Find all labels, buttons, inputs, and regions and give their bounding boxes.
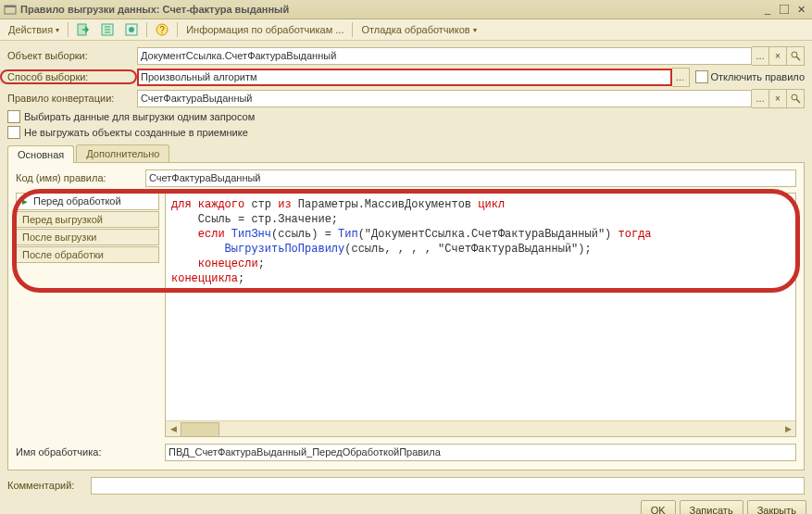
disable-rule-checkbox[interactable]	[695, 70, 708, 83]
ellipsis-button[interactable]: …	[752, 46, 769, 66]
scroll-track[interactable]	[181, 421, 781, 436]
minimize-button[interactable]: _	[760, 3, 775, 16]
arrow-icon: ▸	[22, 195, 28, 207]
comment-label: Комментарий:	[7, 480, 91, 491]
object-label: Объект выборки:	[7, 50, 137, 61]
tab-main[interactable]: Основная	[7, 145, 74, 163]
ellipsis-button[interactable]: …	[672, 68, 690, 87]
method-label: Способ выборки:	[0, 69, 137, 84]
window-icon	[4, 3, 17, 16]
code-area: для каждого стр из Параметры.МассивДокум…	[165, 193, 796, 437]
info-label: Информация по обработчикам ...	[186, 24, 344, 35]
scroll-left-icon[interactable]: ◀	[166, 421, 181, 436]
scroll-thumb[interactable]	[181, 422, 219, 437]
side-tab-before-proc[interactable]: ▸ Перед обработкой	[16, 193, 159, 210]
method-input[interactable]: Произвольный алгоритм	[137, 69, 672, 86]
t: );	[578, 243, 591, 256]
titlebar: Правило выгрузки данных: Счет-фактура вы…	[0, 0, 812, 19]
svg-point-6	[129, 27, 134, 32]
tab-main-body: Код (имя) правила: СчетФактураВыданный ▸…	[7, 163, 805, 470]
t: цикл	[478, 198, 505, 211]
tb-icon-3[interactable]	[120, 21, 143, 38]
rule-code-input[interactable]: СчетФактураВыданный	[145, 169, 796, 187]
content: Объект выборки: ДокументСсылка.СчетФакту…	[0, 41, 812, 495]
skip-receiver-checkbox[interactable]	[7, 126, 20, 139]
side-tabs: ▸ Перед обработкой Перед выгрузкой После…	[16, 193, 159, 437]
help-button[interactable]: ?	[151, 21, 173, 38]
button-row: OK Записать Закрыть	[0, 497, 812, 514]
rule-code-row: Код (имя) правила: СчетФактураВыданный	[16, 169, 796, 187]
t: если	[171, 228, 225, 241]
actions-menu[interactable]: Действия ▾	[4, 21, 64, 38]
info-button[interactable]: Информация по обработчикам ...	[181, 21, 348, 38]
t: стр	[244, 198, 278, 211]
ellipsis-button[interactable]: …	[752, 89, 769, 108]
side-tab-label: Перед обработкой	[33, 195, 121, 207]
t: тогда	[618, 228, 652, 241]
svg-line-10	[796, 56, 800, 60]
comment-row: Комментарий:	[7, 476, 805, 495]
window-title: Правило выгрузки данных: Счет-фактура вы…	[20, 4, 758, 15]
separator	[352, 22, 353, 37]
skip-receiver-label: Не выгружать объекты созданные в приемни…	[24, 127, 248, 138]
scroll-right-icon[interactable]: ▶	[781, 421, 795, 436]
single-query-label: Выбирать данные для выгрузки одним запро…	[24, 111, 255, 122]
object-input[interactable]: ДокументСсылка.СчетФактураВыданный	[137, 47, 752, 65]
close-button[interactable]: ✕	[793, 3, 808, 16]
t: =	[318, 228, 338, 241]
handler-input[interactable]: ПВД_СчетФактураВыданный_ПередОбработкойП…	[165, 444, 796, 461]
lookup-button[interactable]	[787, 46, 805, 66]
h-scrollbar[interactable]: ◀ ▶	[166, 420, 795, 436]
rule-input[interactable]: СчетФактураВыданный	[137, 90, 752, 107]
clear-button[interactable]: ×	[769, 89, 787, 108]
t: конеццикла	[171, 272, 238, 285]
handler-row: Имя обработчика: ПВД_СчетФактураВыданный…	[16, 443, 796, 461]
t: ВыгрузитьПоПравилу	[171, 243, 344, 256]
single-query-checkbox[interactable]	[7, 110, 20, 123]
separator	[146, 22, 147, 37]
svg-line-12	[796, 99, 800, 103]
handler-label: Имя обработчика:	[16, 446, 159, 458]
t: Параметры.МассивДокументов	[292, 198, 479, 211]
tb-icon-2[interactable]	[96, 21, 119, 38]
debug-menu[interactable]: Отладка обработчиков ▾	[356, 21, 481, 38]
close-form-button[interactable]: Закрыть	[747, 500, 806, 514]
side-tab-after-upload[interactable]: После выгрузки	[16, 229, 159, 245]
skip-receiver-row: Не выгружать объекты созданные в приемни…	[7, 126, 805, 139]
side-tab-before-upload[interactable]: Перед выгрузкой	[16, 211, 159, 228]
toolbar: Действия ▾ ? Информация по обработчикам …	[0, 19, 812, 41]
t: конецесли	[171, 257, 258, 270]
t: ТипЗнч	[225, 228, 271, 241]
separator	[177, 22, 178, 37]
save-button[interactable]: Записать	[680, 500, 743, 514]
comment-input[interactable]	[91, 477, 805, 495]
svg-rect-2	[780, 5, 789, 14]
svg-text:?: ?	[159, 25, 165, 35]
t: (ссыль, , , ,	[344, 243, 438, 256]
separator	[68, 22, 69, 37]
tabs-bar: Основная Дополнительно	[7, 144, 805, 163]
clear-button[interactable]: ×	[769, 46, 787, 66]
tab-additional[interactable]: Дополнительно	[76, 144, 169, 162]
code-editor[interactable]: для каждого стр из Параметры.МассивДокум…	[166, 194, 795, 420]
t: из	[278, 198, 291, 211]
maximize-button[interactable]	[777, 3, 792, 16]
tb-icon-1[interactable]	[72, 21, 94, 38]
rule-code-label: Код (имя) правила:	[16, 172, 145, 183]
t: (ссыль)	[271, 228, 318, 241]
t: ("ДокументСсылка.СчетФактураВыданный")	[358, 228, 618, 241]
side-tab-after-proc[interactable]: После обработки	[16, 246, 159, 263]
handlers-area: ▸ Перед обработкой Перед выгрузкой После…	[16, 193, 796, 437]
ok-button[interactable]: OK	[641, 500, 676, 514]
rule-label: Правило конвертации:	[7, 93, 137, 104]
single-query-row: Выбирать данные для выгрузки одним запро…	[7, 110, 805, 123]
object-row: Объект выборки: ДокументСсылка.СчетФакту…	[7, 46, 805, 65]
debug-label: Отладка обработчиков	[361, 24, 469, 35]
t: "СчетФактураВыданный"	[438, 243, 578, 256]
disable-rule-label: Отключить правило	[711, 71, 806, 82]
t: ;	[258, 257, 265, 270]
chevron-down-icon: ▾	[56, 26, 59, 34]
lookup-button[interactable]	[787, 89, 805, 108]
chevron-down-icon: ▾	[473, 26, 477, 34]
t: для каждого	[171, 198, 244, 211]
